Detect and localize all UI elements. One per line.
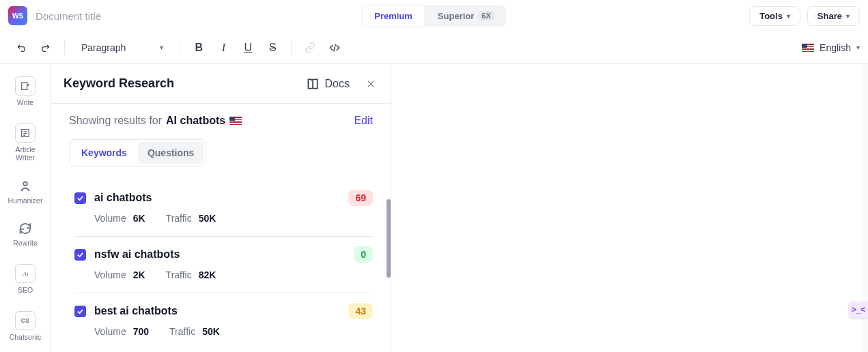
keyword-name: ai chatbots <box>94 192 340 204</box>
volume-label: Volume <box>94 269 126 280</box>
rail-rewrite[interactable]: Rewrite <box>13 221 38 248</box>
rewrite-icon <box>18 221 33 236</box>
undo-button[interactable] <box>12 39 30 57</box>
link-button[interactable] <box>301 39 319 57</box>
italic-button[interactable]: I <box>214 39 232 57</box>
volume-value: 2K <box>133 269 145 280</box>
close-button[interactable] <box>363 76 378 91</box>
chevron-down-icon: ▾ <box>787 12 790 20</box>
traffic-value: 82K <box>199 269 216 280</box>
close-icon <box>366 79 376 89</box>
volume-value: 700 <box>133 326 149 337</box>
check-icon <box>76 194 84 202</box>
app-logo[interactable]: WS <box>8 6 27 25</box>
rail-seo[interactable]: SEO <box>15 264 36 295</box>
article-icon <box>15 123 36 143</box>
traffic-label: Traffic <box>166 269 192 280</box>
keyword-research-panel: Keyword Research Docs Showing results fo… <box>51 64 391 352</box>
rail-label: SEO <box>18 286 33 295</box>
keyword-checkbox[interactable] <box>74 249 86 261</box>
keyword-row: nsfw ai chatbots 0 Volume 2K Traffic 82K <box>74 237 373 293</box>
traffic-value: 50K <box>202 326 220 337</box>
volume-label: Volume <box>94 213 126 224</box>
humanizer-icon <box>18 179 33 194</box>
kw-tabs: Keywords Questions <box>69 139 206 166</box>
traffic-value: 50K <box>199 213 216 224</box>
svg-point-5 <box>23 181 27 186</box>
panel-scrollbar[interactable] <box>387 199 391 278</box>
rail-chatsonic[interactable]: CS Chatsonic <box>10 311 42 342</box>
docs-label: Docs <box>325 78 350 90</box>
paragraph-style-select[interactable]: Paragraph ▾ <box>74 40 170 56</box>
left-rail: Write Article Writer Humanizer Rewrite S… <box>0 64 51 352</box>
traffic-label: Traffic <box>166 213 192 224</box>
superior-label: Superior <box>438 11 474 21</box>
rail-label: Article Writer <box>15 145 35 162</box>
check-icon <box>76 308 84 315</box>
keyword-list: ai chatbots 69 Volume 6K Traffic 50K <box>51 166 391 349</box>
separator <box>64 40 65 55</box>
strikethrough-button[interactable]: S <box>264 39 281 57</box>
superior-badge: 6X <box>478 11 494 20</box>
rail-label: Rewrite <box>13 239 38 248</box>
rail-label: Chatsonic <box>10 333 42 342</box>
tools-button[interactable]: Tools ▾ <box>749 6 800 26</box>
keyword-name: best ai chatbots <box>94 305 340 317</box>
difficulty-badge: 69 <box>348 190 373 206</box>
rail-article-writer[interactable]: Article Writer <box>15 123 36 162</box>
share-label: Share <box>817 11 842 21</box>
chevron-down-icon: ▾ <box>856 44 860 51</box>
tools-label: Tools <box>759 11 783 21</box>
volume-label: Volume <box>94 326 126 337</box>
code-button[interactable] <box>326 39 344 57</box>
results-prefix: Showing results for <box>69 115 162 127</box>
premium-tab[interactable]: Premium <box>361 5 425 27</box>
editor-canvas[interactable] <box>391 64 868 352</box>
chatsonic-icon: CS <box>15 311 36 330</box>
underline-button[interactable]: U <box>239 39 257 57</box>
redo-button[interactable] <box>37 39 55 57</box>
rail-label: Humanizer <box>8 196 43 205</box>
keyword-checkbox[interactable] <box>74 192 86 204</box>
rail-humanizer[interactable]: Humanizer <box>8 179 43 205</box>
chevron-down-icon: ▾ <box>160 44 163 51</box>
keyword-row: ai chatbots 69 Volume 6K Traffic 50K <box>74 180 373 237</box>
docs-link[interactable]: Docs <box>306 77 350 91</box>
style-label: Paragraph <box>81 42 126 53</box>
chevron-down-icon: ▾ <box>846 12 850 20</box>
plan-toggle: Premium Superior 6X <box>361 5 507 27</box>
seo-icon <box>15 264 36 283</box>
language-select[interactable]: English ▾ <box>802 42 860 53</box>
difficulty-badge: 43 <box>348 303 373 319</box>
bold-button[interactable]: B <box>190 39 208 57</box>
tab-questions[interactable]: Questions <box>138 142 204 164</box>
rail-label: Write <box>17 98 33 107</box>
keyword-name: nsfw ai chatbots <box>94 248 346 261</box>
book-icon <box>306 77 320 91</box>
difficulty-badge: 0 <box>354 246 373 263</box>
svg-line-0 <box>334 44 336 51</box>
keyword-checkbox[interactable] <box>74 306 86 317</box>
tab-keywords[interactable]: Keywords <box>72 142 137 164</box>
results-query: AI chatbots <box>166 115 225 127</box>
panel-title: Keyword Research <box>64 76 298 91</box>
language-label: English <box>820 42 851 53</box>
separator <box>180 40 180 55</box>
edit-link[interactable]: Edit <box>354 115 373 127</box>
share-button[interactable]: Share ▾ <box>807 6 860 26</box>
rail-write[interactable]: Write <box>15 76 36 107</box>
traffic-label: Traffic <box>169 326 195 337</box>
check-icon <box>76 251 84 259</box>
flag-us-icon <box>229 117 242 125</box>
volume-value: 6K <box>133 213 145 224</box>
write-icon <box>15 76 36 96</box>
separator <box>291 40 292 55</box>
floating-widget[interactable]: >_< <box>849 302 868 318</box>
flag-us-icon <box>802 44 814 52</box>
keyword-row: best ai chatbots 43 Volume 700 Traffic 5… <box>74 293 373 349</box>
superior-tab[interactable]: Superior 6X <box>425 5 507 27</box>
document-title[interactable]: Document title <box>36 10 101 22</box>
